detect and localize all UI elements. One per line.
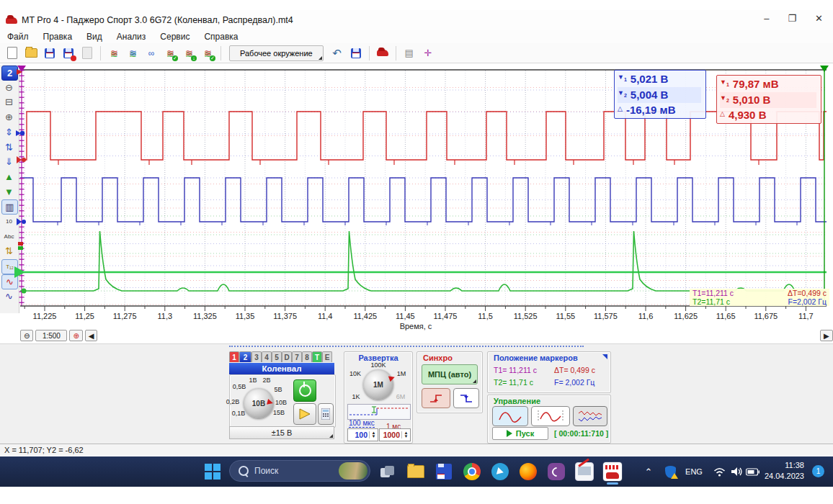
start-button[interactable]: Пуск (492, 427, 548, 440)
logic-levels-icon[interactable]: 10 (1, 215, 17, 228)
signal-ok-icon[interactable]: ≋✓ (200, 45, 215, 61)
menu-item-1[interactable]: Файл (0, 30, 36, 43)
x-tick-label: 11,45 (396, 312, 415, 320)
viber-icon[interactable] (546, 462, 566, 482)
panel-corner-icon[interactable] (602, 354, 607, 359)
falling-edge-button[interactable] (453, 388, 479, 408)
zoom-window-icon[interactable]: ⊟ (1, 95, 17, 109)
channel-tab-3[interactable]: 3 (251, 351, 262, 362)
new-file-icon[interactable] (4, 45, 20, 61)
framed-view-button[interactable] (531, 406, 570, 426)
oscillogram-icon[interactable]: ∿ (1, 274, 18, 289)
channel2-measure-box[interactable]: ▼15,021 В ▼25,004 В △-16,19 мВ (614, 70, 706, 119)
pre-samples-spinner[interactable]: 100▲▼ (347, 428, 378, 441)
marker-settings-icon[interactable]: ✛ (420, 45, 436, 61)
channel-tab-E[interactable]: E (322, 351, 332, 362)
car-mode-icon[interactable] (375, 45, 391, 61)
graph-icon[interactable]: ∿ (1, 289, 17, 303)
workspace-dropdown[interactable]: Рабочее окружение (229, 45, 324, 61)
taskbar-search[interactable]: Поиск (229, 460, 370, 482)
scroll-right-button[interactable]: ▶ (820, 330, 833, 341)
language-indicator[interactable]: ENG (682, 462, 706, 482)
zoom-out-icon[interactable]: ⊖ (1, 81, 17, 94)
notification-badge[interactable]: 1 (812, 465, 824, 477)
channel-run-button[interactable] (293, 403, 316, 425)
save-file-icon[interactable] (42, 45, 58, 61)
mt-file-icon[interactable] (434, 462, 454, 482)
xy-plot-icon[interactable]: ∞ (143, 45, 159, 61)
panel-scroll-strip[interactable] (229, 346, 584, 351)
marker-readout-overlay: T1=11,211 сΔT=0,499 с T2=11,71 сF=2,002 … (690, 289, 829, 306)
channel-tab-1[interactable]: 1 (229, 351, 239, 362)
undo-icon[interactable]: ↶ (329, 45, 345, 61)
move-up-icon[interactable]: ▲ (1, 170, 17, 184)
hzoom-out-button[interactable]: ⊖ (20, 330, 33, 341)
menu-item-5[interactable]: Сервис (153, 30, 197, 43)
signal-check-icon[interactable]: ≋✓ (162, 45, 178, 61)
markers-t1t2-icon[interactable]: T₁₂ (1, 259, 18, 274)
task-view-icon[interactable] (378, 462, 398, 482)
security-shield-icon[interactable] (660, 462, 680, 482)
tray-chevron-icon[interactable]: ⌃ (638, 462, 659, 482)
multi-view-button[interactable] (573, 406, 607, 426)
scale-expand-icon[interactable]: ⇕ (1, 125, 17, 139)
menu-item-2[interactable]: Правка (36, 30, 80, 43)
channel-tab-4[interactable]: 4 (262, 351, 272, 362)
text-label-icon[interactable]: Abc (1, 230, 17, 243)
file-explorer-icon[interactable] (406, 462, 426, 482)
hzoom-in-button[interactable]: ⊕ (69, 330, 82, 341)
start-button[interactable] (202, 462, 223, 482)
firefox-icon[interactable] (518, 462, 538, 482)
sync-mode-button[interactable]: МПЦ (авто) (422, 364, 478, 384)
save-as-icon[interactable] (61, 45, 76, 61)
measure-ruler-icon[interactable]: ▥ (1, 199, 18, 215)
sort-levels-icon[interactable]: ⇅ (1, 244, 17, 258)
signal-load-icon[interactable]: ≋↓ (181, 45, 197, 61)
channel-tab-D[interactable]: D (282, 351, 292, 362)
maximize-button[interactable]: ❐ (788, 13, 796, 24)
channel-range-bar[interactable]: ±15 В (229, 426, 334, 439)
search-highlight-image[interactable] (339, 462, 368, 480)
mtpro-app-icon[interactable] (602, 462, 623, 482)
annot-t2: T2=11,71 с (692, 297, 730, 306)
ruler-settings-icon[interactable]: ▤ (401, 45, 417, 61)
zoom-in-icon[interactable]: ⊕ (1, 110, 17, 124)
single-view-button[interactable] (492, 406, 528, 426)
scroll-left-button[interactable]: ◀ (85, 330, 98, 341)
channel-2-indicator[interactable]: 2 (1, 66, 18, 81)
scale-compress-icon[interactable]: ⇅ (1, 140, 17, 154)
x-tick-label: 11,625 (674, 312, 698, 320)
sweep-rate-knob[interactable]: 1M (363, 369, 393, 400)
rising-edge-button[interactable] (422, 388, 450, 408)
telegram-icon[interactable] (490, 462, 510, 482)
scale-ratio-value[interactable]: 1:500 (35, 330, 67, 341)
channel-tab-5[interactable]: 5 (272, 351, 282, 362)
taskbar-clock[interactable]: 11:38 24.04.2023 (765, 460, 804, 482)
menu-item-4[interactable]: Анализ (110, 30, 153, 43)
channel1-measure-box[interactable]: ▼179,87 мВ ▼25,010 В △4,930 В (716, 75, 821, 124)
channel-power-button[interactable] (293, 379, 316, 402)
x-tick-label: 11,7 (798, 312, 814, 320)
menu-item-6[interactable]: Справка (197, 30, 245, 43)
channel-tab-2[interactable]: 2 (239, 351, 251, 362)
shift-down-icon[interactable]: ⇓ (1, 155, 17, 168)
ch1-t2-value: 5,010 В (733, 93, 771, 107)
post-samples-spinner[interactable]: 1000▲▼ (379, 428, 411, 441)
chrome-icon[interactable] (462, 462, 482, 482)
channel-tab-T[interactable]: T (312, 351, 322, 362)
minimize-button[interactable]: – (764, 13, 769, 24)
menu-item-3[interactable]: Вид (79, 30, 110, 43)
channel-tab-7[interactable]: 7 (292, 351, 302, 362)
battery-icon[interactable] (742, 462, 762, 482)
signals-icon[interactable]: ≋ (106, 45, 122, 61)
x-tick-label: 11,4 (318, 312, 333, 320)
channel-tab-8[interactable]: 8 (302, 351, 312, 362)
signals-overlay-icon[interactable]: ≋ (125, 45, 141, 61)
close-button[interactable]: ✕ (815, 13, 823, 24)
quick-save-icon[interactable] (348, 45, 364, 61)
channel-calc-button[interactable] (318, 403, 334, 425)
open-file-icon[interactable] (23, 45, 39, 61)
photo-editor-icon[interactable] (574, 462, 594, 482)
move-down-icon[interactable]: ▼ (1, 185, 17, 199)
copy-screen-icon[interactable] (79, 45, 95, 61)
